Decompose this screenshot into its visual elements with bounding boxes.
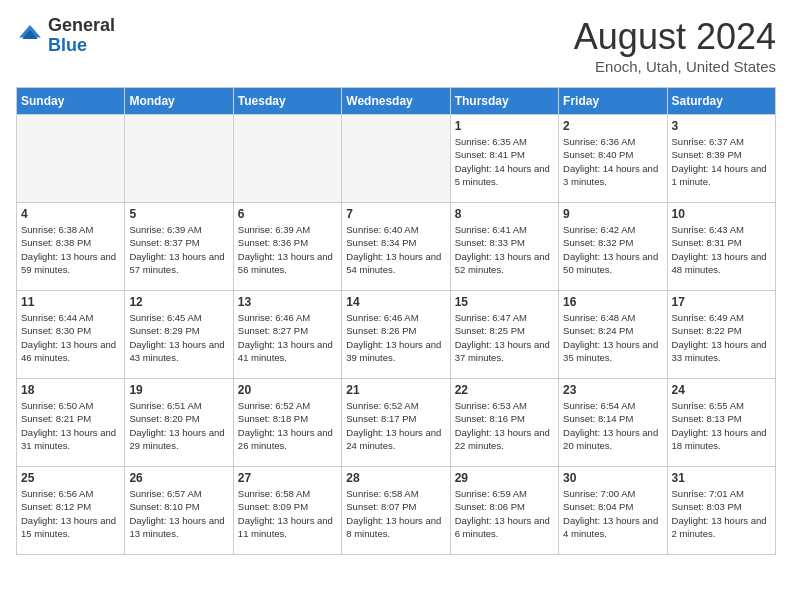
day-number: 11 [21,295,120,309]
day-info: Sunrise: 6:42 AMSunset: 8:32 PMDaylight:… [563,223,662,276]
day-info: Sunrise: 6:53 AMSunset: 8:16 PMDaylight:… [455,399,554,452]
day-info: Sunrise: 6:40 AMSunset: 8:34 PMDaylight:… [346,223,445,276]
day-number: 5 [129,207,228,221]
day-info: Sunrise: 6:47 AMSunset: 8:25 PMDaylight:… [455,311,554,364]
day-info: Sunrise: 6:41 AMSunset: 8:33 PMDaylight:… [455,223,554,276]
calendar-cell: 23Sunrise: 6:54 AMSunset: 8:14 PMDayligh… [559,379,667,467]
day-header-monday: Monday [125,88,233,115]
calendar-cell: 19Sunrise: 6:51 AMSunset: 8:20 PMDayligh… [125,379,233,467]
day-header-thursday: Thursday [450,88,558,115]
day-info: Sunrise: 6:56 AMSunset: 8:12 PMDaylight:… [21,487,120,540]
title-block: August 2024 Enoch, Utah, United States [574,16,776,75]
day-number: 12 [129,295,228,309]
day-number: 7 [346,207,445,221]
calendar-cell: 2Sunrise: 6:36 AMSunset: 8:40 PMDaylight… [559,115,667,203]
day-info: Sunrise: 7:01 AMSunset: 8:03 PMDaylight:… [672,487,771,540]
day-number: 10 [672,207,771,221]
day-info: Sunrise: 6:39 AMSunset: 8:37 PMDaylight:… [129,223,228,276]
calendar-cell: 3Sunrise: 6:37 AMSunset: 8:39 PMDaylight… [667,115,775,203]
day-number: 4 [21,207,120,221]
day-number: 28 [346,471,445,485]
calendar-cell: 10Sunrise: 6:43 AMSunset: 8:31 PMDayligh… [667,203,775,291]
calendar-cell: 9Sunrise: 6:42 AMSunset: 8:32 PMDaylight… [559,203,667,291]
logo-blue-text: Blue [48,36,115,56]
calendar-week-5: 25Sunrise: 6:56 AMSunset: 8:12 PMDayligh… [17,467,776,555]
logo-icon [16,22,44,50]
page-header: General Blue August 2024 Enoch, Utah, Un… [16,16,776,75]
logo-general-text: General [48,16,115,36]
day-info: Sunrise: 6:38 AMSunset: 8:38 PMDaylight:… [21,223,120,276]
calendar-cell: 15Sunrise: 6:47 AMSunset: 8:25 PMDayligh… [450,291,558,379]
day-number: 21 [346,383,445,397]
day-number: 9 [563,207,662,221]
calendar-week-2: 4Sunrise: 6:38 AMSunset: 8:38 PMDaylight… [17,203,776,291]
day-number: 1 [455,119,554,133]
day-info: Sunrise: 6:52 AMSunset: 8:17 PMDaylight:… [346,399,445,452]
logo-text: General Blue [48,16,115,56]
calendar-cell: 28Sunrise: 6:58 AMSunset: 8:07 PMDayligh… [342,467,450,555]
calendar-cell: 20Sunrise: 6:52 AMSunset: 8:18 PMDayligh… [233,379,341,467]
day-info: Sunrise: 6:45 AMSunset: 8:29 PMDaylight:… [129,311,228,364]
day-header-saturday: Saturday [667,88,775,115]
day-info: Sunrise: 6:44 AMSunset: 8:30 PMDaylight:… [21,311,120,364]
day-number: 3 [672,119,771,133]
calendar-cell: 12Sunrise: 6:45 AMSunset: 8:29 PMDayligh… [125,291,233,379]
calendar-cell: 24Sunrise: 6:55 AMSunset: 8:13 PMDayligh… [667,379,775,467]
calendar-cell: 31Sunrise: 7:01 AMSunset: 8:03 PMDayligh… [667,467,775,555]
calendar-cell: 21Sunrise: 6:52 AMSunset: 8:17 PMDayligh… [342,379,450,467]
calendar-cell: 27Sunrise: 6:58 AMSunset: 8:09 PMDayligh… [233,467,341,555]
day-number: 26 [129,471,228,485]
day-info: Sunrise: 6:52 AMSunset: 8:18 PMDaylight:… [238,399,337,452]
calendar-cell: 25Sunrise: 6:56 AMSunset: 8:12 PMDayligh… [17,467,125,555]
day-number: 23 [563,383,662,397]
day-number: 13 [238,295,337,309]
calendar-cell [125,115,233,203]
day-number: 22 [455,383,554,397]
day-info: Sunrise: 6:43 AMSunset: 8:31 PMDaylight:… [672,223,771,276]
day-info: Sunrise: 6:46 AMSunset: 8:26 PMDaylight:… [346,311,445,364]
calendar-cell: 8Sunrise: 6:41 AMSunset: 8:33 PMDaylight… [450,203,558,291]
day-number: 2 [563,119,662,133]
day-info: Sunrise: 7:00 AMSunset: 8:04 PMDaylight:… [563,487,662,540]
day-info: Sunrise: 6:59 AMSunset: 8:06 PMDaylight:… [455,487,554,540]
day-info: Sunrise: 6:39 AMSunset: 8:36 PMDaylight:… [238,223,337,276]
day-number: 20 [238,383,337,397]
calendar-cell: 4Sunrise: 6:38 AMSunset: 8:38 PMDaylight… [17,203,125,291]
calendar-week-1: 1Sunrise: 6:35 AMSunset: 8:41 PMDaylight… [17,115,776,203]
day-number: 24 [672,383,771,397]
day-info: Sunrise: 6:58 AMSunset: 8:09 PMDaylight:… [238,487,337,540]
day-number: 27 [238,471,337,485]
day-info: Sunrise: 6:35 AMSunset: 8:41 PMDaylight:… [455,135,554,188]
day-info: Sunrise: 6:36 AMSunset: 8:40 PMDaylight:… [563,135,662,188]
day-info: Sunrise: 6:50 AMSunset: 8:21 PMDaylight:… [21,399,120,452]
calendar-cell [233,115,341,203]
calendar-cell: 16Sunrise: 6:48 AMSunset: 8:24 PMDayligh… [559,291,667,379]
calendar-cell: 30Sunrise: 7:00 AMSunset: 8:04 PMDayligh… [559,467,667,555]
day-number: 25 [21,471,120,485]
calendar-cell: 11Sunrise: 6:44 AMSunset: 8:30 PMDayligh… [17,291,125,379]
calendar-cell [17,115,125,203]
day-info: Sunrise: 6:55 AMSunset: 8:13 PMDaylight:… [672,399,771,452]
calendar-cell: 6Sunrise: 6:39 AMSunset: 8:36 PMDaylight… [233,203,341,291]
day-number: 8 [455,207,554,221]
day-info: Sunrise: 6:58 AMSunset: 8:07 PMDaylight:… [346,487,445,540]
calendar-cell: 7Sunrise: 6:40 AMSunset: 8:34 PMDaylight… [342,203,450,291]
calendar-week-3: 11Sunrise: 6:44 AMSunset: 8:30 PMDayligh… [17,291,776,379]
day-number: 16 [563,295,662,309]
day-header-wednesday: Wednesday [342,88,450,115]
day-info: Sunrise: 6:51 AMSunset: 8:20 PMDaylight:… [129,399,228,452]
calendar-cell: 13Sunrise: 6:46 AMSunset: 8:27 PMDayligh… [233,291,341,379]
calendar-cell: 18Sunrise: 6:50 AMSunset: 8:21 PMDayligh… [17,379,125,467]
calendar-cell: 22Sunrise: 6:53 AMSunset: 8:16 PMDayligh… [450,379,558,467]
calendar-table: SundayMondayTuesdayWednesdayThursdayFrid… [16,87,776,555]
calendar-cell: 1Sunrise: 6:35 AMSunset: 8:41 PMDaylight… [450,115,558,203]
day-number: 14 [346,295,445,309]
logo: General Blue [16,16,115,56]
day-number: 17 [672,295,771,309]
day-header-tuesday: Tuesday [233,88,341,115]
day-number: 31 [672,471,771,485]
day-info: Sunrise: 6:46 AMSunset: 8:27 PMDaylight:… [238,311,337,364]
calendar-cell: 26Sunrise: 6:57 AMSunset: 8:10 PMDayligh… [125,467,233,555]
calendar-header-row: SundayMondayTuesdayWednesdayThursdayFrid… [17,88,776,115]
calendar-cell: 17Sunrise: 6:49 AMSunset: 8:22 PMDayligh… [667,291,775,379]
